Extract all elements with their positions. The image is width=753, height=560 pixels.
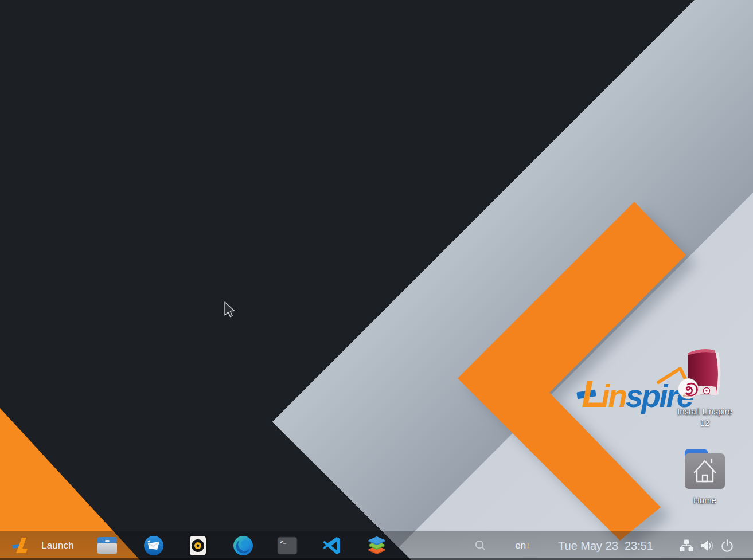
disc-text: debian xyxy=(683,394,691,397)
taskbar-icon-edge-browser[interactable] xyxy=(232,535,254,557)
taskbar-icon-terminal[interactable]: >_ xyxy=(276,535,298,557)
power-button[interactable] xyxy=(720,539,734,553)
home-icon-label: Home xyxy=(666,495,743,506)
taskbar-icon-file-manager[interactable] xyxy=(96,535,118,557)
mouse-cursor xyxy=(224,301,236,319)
install-linspire-icon: debian xyxy=(670,345,739,405)
volume-icon xyxy=(700,539,715,553)
taskbar: Launch xyxy=(0,531,753,560)
desktop: L in spire debian Install Lin xyxy=(0,0,753,560)
linspire-l-icon xyxy=(13,537,29,554)
install-icon-label: Install Linspire 12 xyxy=(665,406,744,428)
network-indicator[interactable] xyxy=(680,539,693,552)
language-indicator[interactable]: en1 xyxy=(515,540,529,551)
terminal-prompt: >_ xyxy=(280,539,286,545)
launch-label: Launch xyxy=(41,540,74,551)
volume-indicator[interactable] xyxy=(700,539,715,553)
taskbar-icon-thunderbird[interactable] xyxy=(143,535,165,557)
launch-button[interactable]: Launch xyxy=(0,531,92,560)
taskbar-search-button[interactable] xyxy=(474,539,487,552)
language-sub: 1 xyxy=(526,543,530,549)
power-icon xyxy=(720,539,734,553)
language-code: en xyxy=(515,540,526,551)
desktop-icon-home[interactable]: Home xyxy=(666,449,743,506)
home-folder-icon xyxy=(685,449,725,489)
clock[interactable]: Tue May 23 23:51 xyxy=(558,539,653,553)
taskbar-icon-layers[interactable] xyxy=(366,535,388,557)
taskbar-icon-media-player[interactable] xyxy=(187,535,209,557)
clock-date: Tue May 23 xyxy=(558,539,618,553)
layers-icon xyxy=(367,536,387,555)
folder-icon xyxy=(97,537,118,554)
search-icon xyxy=(474,539,487,552)
edge-icon xyxy=(233,535,253,556)
wallpaper: L in spire xyxy=(0,0,753,560)
desktop-icon-install-linspire[interactable]: debian Install Linspire 12 xyxy=(665,345,744,428)
speaker-icon xyxy=(188,535,208,556)
logo-letter-l: L xyxy=(582,373,603,415)
clock-time: 23:51 xyxy=(625,539,653,553)
terminal-icon: >_ xyxy=(277,536,298,555)
taskbar-icon-vscode[interactable] xyxy=(321,535,342,557)
logo-letters-in: in xyxy=(601,378,626,414)
thunderbird-icon xyxy=(143,535,164,556)
vscode-icon xyxy=(322,536,341,555)
network-icon xyxy=(680,539,693,552)
